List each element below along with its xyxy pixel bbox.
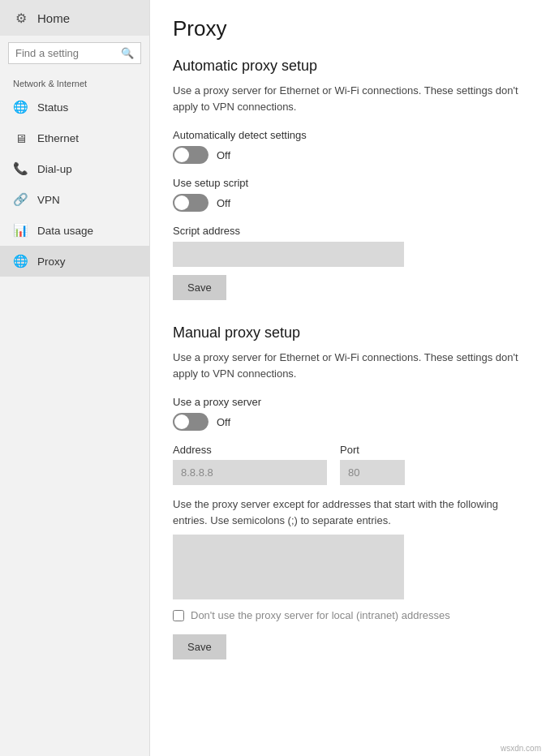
exceptions-description: Use the proxy server except for addresse… (173, 496, 523, 528)
search-box[interactable]: 🔍 (8, 42, 141, 64)
auto-detect-state: Off (217, 149, 230, 161)
setup-script-toggle[interactable] (173, 194, 209, 212)
home-nav-item[interactable]: ⚙ Home (0, 0, 149, 36)
home-label: Home (37, 11, 70, 25)
address-label: Address (173, 444, 327, 456)
sidebar-item-label: Data usage (37, 225, 93, 237)
setup-script-toggle-row: Off (173, 194, 523, 212)
vpn-icon: 🔗 (13, 192, 28, 207)
proxy-icon: 🌐 (13, 254, 28, 268)
auto-section-title: Automatic proxy setup (173, 58, 523, 75)
exceptions-textarea[interactable] (173, 535, 404, 599)
local-bypass-row: Don't use the proxy server for local (in… (173, 609, 523, 621)
setup-script-state: Off (217, 197, 230, 209)
script-address-input[interactable] (173, 242, 404, 267)
port-group: Port (340, 444, 405, 485)
sidebar-item-dialup[interactable]: 📞 Dial-up (0, 153, 149, 184)
script-address-label: Script address (173, 225, 523, 237)
data-usage-icon: 📊 (13, 223, 28, 238)
status-icon: 🌐 (13, 100, 28, 114)
sidebar-item-label: Proxy (37, 256, 66, 268)
auto-detect-label: Automatically detect settings (173, 129, 523, 141)
local-bypass-checkbox[interactable] (173, 610, 184, 621)
sidebar-item-status[interactable]: 🌐 Status (0, 92, 149, 122)
auto-detect-toggle-row: Off (173, 146, 523, 164)
sidebar-item-vpn[interactable]: 🔗 VPN (0, 184, 149, 215)
address-input[interactable] (173, 460, 327, 485)
sidebar-item-label: Dial-up (37, 163, 72, 175)
section-label: Network & Internet (0, 71, 149, 92)
setup-script-label: Use setup script (173, 177, 523, 189)
sidebar-item-ethernet[interactable]: 🖥 Ethernet (0, 122, 149, 153)
sidebar-item-data-usage[interactable]: 📊 Data usage (0, 215, 149, 246)
manual-section-title: Manual proxy setup (173, 324, 523, 341)
ethernet-icon: 🖥 (13, 131, 28, 145)
auto-save-button[interactable]: Save (173, 275, 226, 300)
auto-description: Use a proxy server for Ethernet or Wi-Fi… (173, 83, 523, 114)
search-input[interactable] (15, 47, 116, 59)
local-bypass-label: Don't use the proxy server for local (in… (191, 609, 450, 621)
gear-icon: ⚙ (13, 10, 29, 26)
sidebar-item-label: VPN (37, 194, 60, 206)
watermark: wsxdn.com (501, 744, 541, 753)
use-proxy-label: Use a proxy server (173, 396, 523, 408)
manual-description: Use a proxy server for Ethernet or Wi-Fi… (173, 350, 523, 381)
sidebar: ⚙ Home 🔍 Network & Internet 🌐 Status 🖥 E… (0, 0, 150, 756)
sidebar-item-label: Status (37, 101, 68, 114)
sidebar-item-label: Ethernet (37, 132, 79, 144)
auto-detect-toggle[interactable] (173, 146, 209, 164)
manual-save-button[interactable]: Save (173, 634, 226, 659)
page-title: Proxy (173, 16, 523, 41)
use-proxy-toggle-row: Off (173, 413, 523, 431)
search-icon: 🔍 (121, 47, 134, 59)
use-proxy-toggle[interactable] (173, 413, 209, 431)
sidebar-item-proxy[interactable]: 🌐 Proxy (0, 246, 149, 277)
use-proxy-state: Off (217, 416, 230, 428)
address-port-row: Address Port (173, 444, 523, 485)
port-input[interactable] (340, 460, 405, 485)
dialup-icon: 📞 (13, 161, 28, 176)
port-label: Port (340, 444, 405, 456)
main-content: Proxy Automatic proxy setup Use a proxy … (150, 0, 546, 756)
address-group: Address (173, 444, 327, 485)
